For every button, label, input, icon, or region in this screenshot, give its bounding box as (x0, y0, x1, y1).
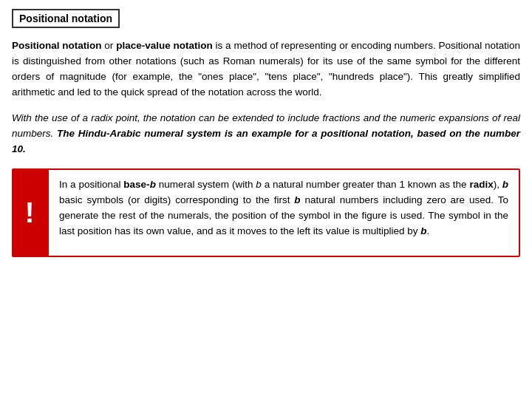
italic-paragraph: With the use of a radix point, the notat… (12, 111, 520, 157)
callout-container: ! In a positional base-b numeral system … (12, 168, 520, 257)
text-or: or (104, 40, 116, 51)
bold-positional: Positional notation (12, 40, 102, 51)
page-container: Positional notation Positional notation … (0, 0, 532, 399)
page-title: Positional notation (12, 9, 120, 28)
bold-italic-text: The Hindu-Arabic numeral system is an ex… (12, 128, 520, 154)
main-paragraph: Positional notation or place-value notat… (12, 38, 520, 100)
exclamation-icon: ! (12, 168, 47, 257)
callout-box: In a positional base-b numeral system (w… (47, 168, 520, 257)
callout-text-1: In a positional base-b numeral system (w… (59, 179, 508, 236)
bold-place-value: place-value notation (116, 40, 213, 51)
